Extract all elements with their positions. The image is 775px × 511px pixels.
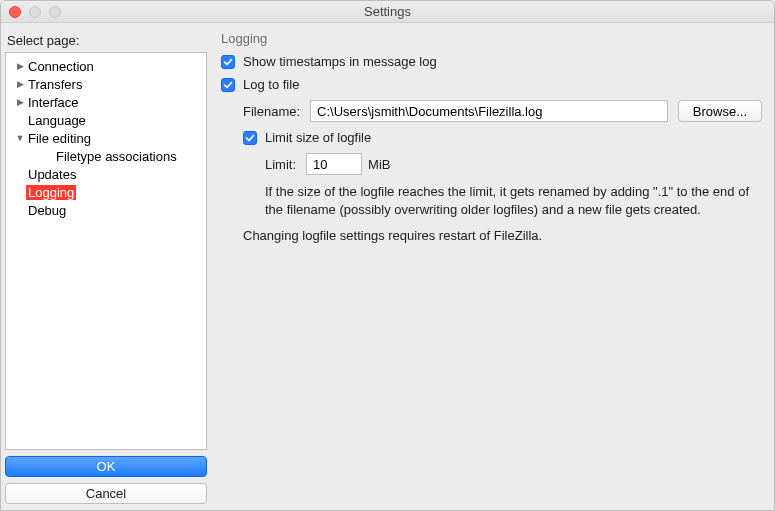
tree-item-filetype-associations[interactable]: ▶ Filetype associations xyxy=(6,147,206,165)
label-show-timestamps: Show timestamps in message log xyxy=(243,54,437,69)
content: Select page: ▶ Connection ▶ Transfers ▶ … xyxy=(1,23,774,510)
label-limit-unit: MiB xyxy=(368,157,390,172)
chevron-right-icon: ▶ xyxy=(14,97,26,107)
note-limit-behavior: If the size of the logfile reaches the l… xyxy=(265,183,755,218)
tree-item-label: Debug xyxy=(26,203,66,218)
check-icon xyxy=(245,133,255,143)
check-icon xyxy=(223,80,233,90)
label-filename: Filename: xyxy=(243,104,300,119)
tree-item-label: Filetype associations xyxy=(54,149,177,164)
window-title: Settings xyxy=(1,4,774,19)
sidebar: Select page: ▶ Connection ▶ Transfers ▶ … xyxy=(1,23,211,510)
limit-input[interactable] xyxy=(306,153,362,175)
tree-item-transfers[interactable]: ▶ Transfers xyxy=(6,75,206,93)
row-limit-size: Limit size of logfile xyxy=(243,130,762,145)
ok-button[interactable]: OK xyxy=(5,456,207,477)
note-restart: Changing logfile settings requires resta… xyxy=(243,228,762,243)
chevron-right-icon: ▶ xyxy=(14,79,26,89)
page-tree: ▶ Connection ▶ Transfers ▶ Interface ▶ L… xyxy=(5,52,207,450)
tree-item-label: Language xyxy=(26,113,86,128)
settings-panel: Show timestamps in message log Log to fi… xyxy=(221,54,762,243)
tree-item-label: Transfers xyxy=(26,77,82,92)
checkbox-show-timestamps[interactable] xyxy=(221,55,235,69)
chevron-down-icon: ▼ xyxy=(14,133,26,143)
sidebar-label: Select page: xyxy=(5,31,207,52)
checkbox-log-to-file[interactable] xyxy=(221,78,235,92)
browse-button[interactable]: Browse... xyxy=(678,100,762,122)
tree-item-updates[interactable]: ▶ Updates xyxy=(6,165,206,183)
tree-item-label: Logging xyxy=(26,185,76,200)
label-limit-size: Limit size of logfile xyxy=(265,130,371,145)
row-limit: Limit: MiB xyxy=(265,153,762,175)
filename-input[interactable] xyxy=(310,100,668,122)
main-panel: Logging Show timestamps in message log L… xyxy=(211,23,774,510)
tree-item-interface[interactable]: ▶ Interface xyxy=(6,93,206,111)
tree-item-language[interactable]: ▶ Language xyxy=(6,111,206,129)
label-limit: Limit: xyxy=(265,157,296,172)
row-filename: Filename: Browse... xyxy=(243,100,762,122)
cancel-button[interactable]: Cancel xyxy=(5,483,207,504)
row-show-timestamps: Show timestamps in message log xyxy=(221,54,762,69)
tree-item-connection[interactable]: ▶ Connection xyxy=(6,57,206,75)
sidebar-buttons: OK Cancel xyxy=(5,456,207,504)
tree-item-label: File editing xyxy=(26,131,91,146)
chevron-right-icon: ▶ xyxy=(14,61,26,71)
label-log-to-file: Log to file xyxy=(243,77,299,92)
check-icon xyxy=(223,57,233,67)
tree-item-label: Connection xyxy=(26,59,94,74)
tree-item-file-editing[interactable]: ▼ File editing xyxy=(6,129,206,147)
row-log-to-file: Log to file xyxy=(221,77,762,92)
tree-item-debug[interactable]: ▶ Debug xyxy=(6,201,206,219)
section-title: Logging xyxy=(221,31,762,46)
titlebar: Settings xyxy=(1,1,774,23)
tree-item-label: Interface xyxy=(26,95,79,110)
checkbox-limit-size[interactable] xyxy=(243,131,257,145)
tree-item-logging[interactable]: ▶ Logging xyxy=(6,183,206,201)
tree-item-label: Updates xyxy=(26,167,76,182)
